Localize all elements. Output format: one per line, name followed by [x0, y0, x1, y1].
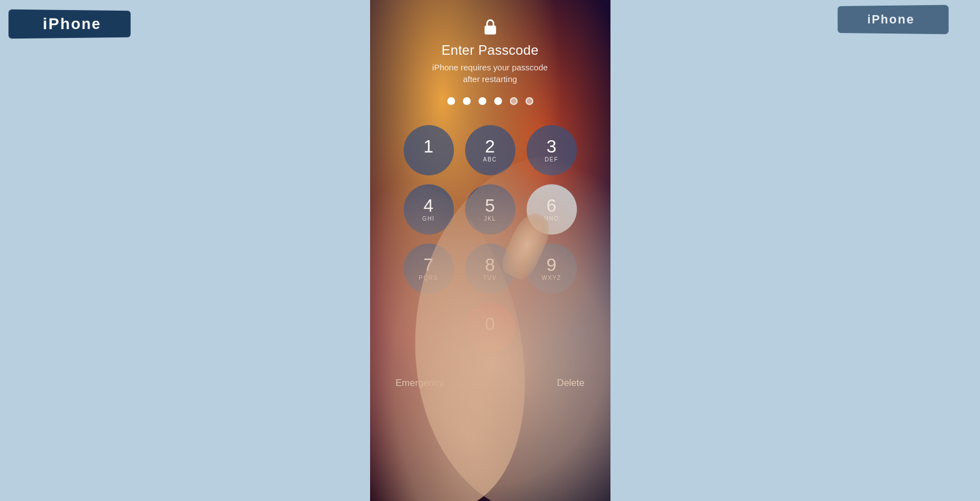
- phone-screen: Enter Passcode iPhone requires your pass…: [370, 0, 610, 501]
- keypad-row-3: 7 PQRS 8 TUV 9 WXYZ: [404, 244, 577, 294]
- dot-4: [494, 97, 502, 105]
- key-1-number: 1: [424, 137, 434, 155]
- key-8-number: 8: [485, 256, 495, 274]
- iphone-box-label-right: iPhone: [837, 5, 948, 34]
- key-3-number: 3: [547, 137, 557, 155]
- lock-icon-wrap: [480, 17, 500, 37]
- key-9-number: 9: [547, 256, 557, 274]
- passcode-subtitle: iPhone requires your passcodeafter resta…: [432, 61, 548, 85]
- bottom-row: Emergency Delete: [370, 373, 610, 393]
- keypad: 1 2 ABC 3 DEF 4 GHI 5: [404, 125, 577, 353]
- key-7[interactable]: 7 PQRS: [404, 244, 454, 294]
- dot-6: [525, 97, 533, 105]
- key-4-letters: GHI: [422, 216, 434, 222]
- dot-5: [510, 97, 518, 105]
- passcode-dots: [447, 97, 533, 105]
- key-7-number: 7: [424, 256, 434, 274]
- key-4-number: 4: [424, 197, 434, 214]
- key-4[interactable]: 4 GHI: [404, 184, 454, 235]
- key-6-letters: MNO: [544, 216, 560, 222]
- key-1[interactable]: 1: [404, 125, 454, 175]
- key-9-letters: WXYZ: [542, 275, 561, 281]
- dot-2: [463, 97, 471, 105]
- key-2[interactable]: 2 ABC: [465, 125, 515, 175]
- keypad-row-1: 1 2 ABC 3 DEF: [404, 125, 577, 175]
- key-7-letters: PQRS: [419, 275, 438, 281]
- key-5-letters: JKL: [484, 216, 496, 222]
- key-5[interactable]: 5 JKL: [465, 184, 515, 235]
- iphone-box-label-left: iPhone: [8, 9, 130, 39]
- key-5-number: 5: [485, 197, 495, 214]
- emergency-button[interactable]: Emergency: [387, 373, 453, 393]
- key-2-number: 2: [485, 137, 495, 155]
- key-9[interactable]: 9 WXYZ: [527, 244, 577, 294]
- key-0[interactable]: 0: [465, 303, 515, 353]
- dot-3: [479, 97, 486, 105]
- passcode-title: Enter Passcode: [442, 42, 539, 58]
- keypad-row-4: 0: [465, 303, 515, 353]
- key-0-number: 0: [485, 315, 495, 333]
- delete-button[interactable]: Delete: [548, 373, 593, 393]
- key-8[interactable]: 8 TUV: [465, 244, 515, 294]
- lock-icon: [482, 18, 498, 36]
- keypad-row-2: 4 GHI 5 JKL 6 MNO: [404, 184, 577, 235]
- key-8-letters: TUV: [483, 275, 497, 281]
- key-2-letters: ABC: [483, 156, 497, 163]
- dot-1: [447, 97, 455, 105]
- key-3-letters: DEF: [545, 156, 558, 163]
- key-3[interactable]: 3 DEF: [527, 125, 577, 175]
- key-6-number: 6: [547, 197, 557, 214]
- svg-rect-0: [484, 26, 496, 35]
- key-6[interactable]: 6 MNO: [527, 184, 577, 235]
- passcode-ui: Enter Passcode iPhone requires your pass…: [370, 0, 610, 501]
